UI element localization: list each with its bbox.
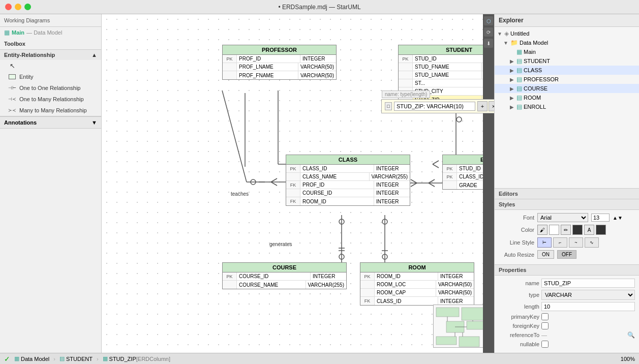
data-model-icon-status: ▦ — [14, 355, 19, 362]
toolbox-one-one[interactable]: ⊣⊢ One to One Relationship — [0, 82, 101, 94]
font-select[interactable]: Arial — [537, 213, 588, 222]
toolbox-one-many[interactable]: ⊣≺ One to Many Relationship — [0, 94, 101, 105]
color-pencil-btn[interactable]: ✏ — [561, 225, 571, 235]
pk-checkbox[interactable] — [541, 313, 549, 320]
length-prop-input[interactable] — [541, 302, 635, 311]
tree-enroll[interactable]: ▶ ▤ ENROLL — [495, 102, 639, 111]
minimap[interactable] — [433, 305, 489, 348]
pk-prop-label: primaryKey — [499, 314, 539, 320]
one-many-icon: ⊣≺ — [8, 95, 16, 103]
tree-expand-professor: ▶ — [509, 77, 515, 82]
tree-main[interactable]: ▦ Main — [495, 47, 639, 56]
nullable-prop-label: nullable — [499, 341, 539, 347]
auto-resize-row: Auto Resize ON OFF — [499, 250, 635, 259]
canvas-area[interactable]: PROFESSOR PK PROF_ID INTEGER PROF_LNAME … — [102, 14, 494, 353]
name-prop-input[interactable] — [541, 279, 635, 288]
many-many-label: Many to Many Relationship — [19, 107, 87, 113]
canvas-nav-icons: ⬡ ⟳ ⬇ — [483, 14, 494, 353]
entity-label: Entity — [19, 74, 34, 80]
color-text-btn[interactable]: A — [584, 225, 594, 235]
color-buttons: 🖌 ✏ A — [537, 225, 606, 235]
table-row: PROF_FNAME VARCHAR(50) — [223, 71, 336, 79]
tree-professor[interactable]: ▶ ▤ PROFESSOR — [495, 75, 639, 84]
tooltip-add-btn[interactable]: + — [477, 101, 488, 111]
line-style-buttons: ⊢ ⌐ ~ ∿ — [537, 237, 599, 248]
entity-relationship-section: Entity-Relationship ▲ Entity ⊣⊢ One to O… — [0, 50, 101, 116]
nav-icon-3[interactable]: ⬇ — [484, 39, 493, 48]
room-table[interactable]: ROOM PK ROOM_ID INTEGER ROOM_LOC VARCHAR… — [360, 262, 474, 306]
toolbox-entity[interactable]: Entity — [0, 71, 101, 82]
toolbox-header[interactable]: Toolbox — [0, 38, 101, 50]
professor-table[interactable]: PROFESSOR PK PROF_ID INTEGER PROF_LNAME … — [222, 45, 337, 80]
entity-relationship-header[interactable]: Entity-Relationship ▲ — [0, 50, 101, 60]
tree-professor-label: PROFESSOR — [524, 76, 559, 82]
tree-room[interactable]: ▶ ▤ ROOM — [495, 93, 639, 102]
nav-icon-2[interactable]: ⟳ — [484, 27, 493, 37]
tree-root-label: Untitled — [510, 31, 529, 37]
line-style-1[interactable]: ⊢ — [537, 237, 552, 248]
color-darkbg-btn[interactable] — [596, 225, 606, 235]
status-student[interactable]: ▤ STUDENT — [59, 355, 93, 362]
cursor-tool[interactable] — [0, 60, 101, 71]
tooltip-input[interactable] — [394, 102, 475, 111]
course-table[interactable]: COURSE PK COURSE_ID INTEGER COURSE_NAME … — [222, 262, 347, 289]
search-icon[interactable]: 🔍 — [627, 331, 635, 339]
window-controls[interactable] — [5, 4, 31, 10]
tree-class[interactable]: ▶ ▤ CLASS — [495, 66, 639, 75]
tooltip-handle: □ — [385, 102, 392, 110]
fk-checkbox[interactable] — [541, 322, 549, 329]
auto-resize-buttons: ON OFF — [537, 250, 576, 259]
table-row: FK CLASS_ID INTEGER — [360, 297, 474, 305]
class-table[interactable]: CLASS PK CLASS_ID INTEGER CLASS_NAME VAR… — [286, 155, 410, 206]
table-row: PK ROOM_ID INTEGER — [360, 272, 474, 281]
svg-line-8 — [433, 164, 439, 168]
tooltip-delete-btn[interactable]: × — [489, 101, 494, 111]
status-data-model[interactable]: ▦ Data Model — [14, 355, 49, 362]
properties-header: Properties — [495, 265, 639, 276]
status-stud-zip[interactable]: ▦ STUD_ZIP[ERDColumn] — [103, 355, 170, 362]
line-style-4[interactable]: ∿ — [585, 237, 599, 248]
data-model-label-status: Data Model — [21, 356, 49, 362]
table-row: ROOM_LOC VARCHAR(50) — [360, 281, 474, 289]
svg-line-11 — [411, 179, 417, 183]
diagram-item[interactable]: ▦ Main — Data Model — [0, 27, 101, 38]
tree-container[interactable]: ▼ ◈ Untitled ▼ 📁 Data Model ▦ Main ▶ ▤ S… — [495, 27, 639, 189]
student-label-status: STUDENT — [66, 356, 93, 362]
line-style-label: Line Style — [499, 239, 534, 246]
table-row: PROF_LNAME VARCHAR(50) — [223, 63, 336, 71]
refto-prop-label: referenceTo — [499, 332, 539, 338]
color-fill-btn[interactable]: 🖌 — [537, 225, 547, 235]
line-style-3[interactable]: ~ — [569, 237, 583, 248]
tree-main-label: Main — [524, 49, 536, 55]
tree-expand-course: ▶ — [509, 86, 515, 92]
maximize-button[interactable] — [24, 4, 31, 10]
minimize-button[interactable] — [15, 4, 21, 10]
auto-resize-off-btn[interactable]: OFF — [557, 250, 576, 259]
tree-root[interactable]: ▼ ◈ Untitled — [495, 29, 639, 38]
prop-type-row: type VARCHAR INTEGER CHAR — [499, 290, 635, 300]
nav-icon-1[interactable]: ⬡ — [484, 16, 493, 25]
length-prop-label: length — [499, 304, 539, 310]
tree-course[interactable]: ▶ ▤ COURSE — [495, 84, 639, 93]
color-white-btn[interactable] — [549, 225, 559, 235]
font-size-input[interactable] — [591, 214, 610, 222]
tree-expand-model: ▼ — [503, 40, 509, 46]
tree-expand-class: ▶ — [509, 68, 515, 73]
type-prop-select[interactable]: VARCHAR INTEGER CHAR — [541, 290, 635, 300]
annotations-header[interactable]: Annotations ▼ — [0, 116, 101, 129]
color-black-btn[interactable] — [572, 225, 583, 235]
right-sidebar: Explorer ▼ ◈ Untitled ▼ 📁 Data Model ▦ M… — [494, 14, 639, 353]
status-ok-icon: ✓ — [4, 355, 10, 363]
toolbox-many-many[interactable]: ≻≺ Many to Many Relationship — [0, 105, 101, 116]
styles-header: Styles — [495, 199, 639, 210]
svg-point-9 — [457, 117, 462, 122]
window-title: • ERDSample.mdj — StarUML — [278, 4, 360, 11]
close-button[interactable] — [5, 4, 12, 10]
one-one-icon: ⊣⊢ — [8, 84, 16, 92]
tree-data-model[interactable]: ▼ 📁 Data Model — [495, 38, 639, 47]
line-style-2[interactable]: ⌐ — [553, 237, 567, 248]
nullable-checkbox[interactable] — [541, 341, 549, 348]
auto-resize-on-btn[interactable]: ON — [537, 250, 554, 259]
tree-class-label: CLASS — [524, 67, 542, 73]
tree-student[interactable]: ▶ ▤ STUDENT — [495, 56, 639, 66]
